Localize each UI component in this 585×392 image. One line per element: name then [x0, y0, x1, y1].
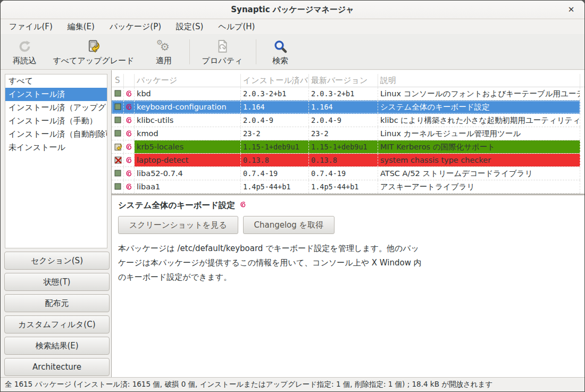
menu-package[interactable]: パッケージ(P)	[102, 19, 169, 34]
get-changelog-button[interactable]: Changelog を取得	[243, 216, 335, 234]
latest-version: 2.0.3-2+b1	[309, 87, 378, 100]
upgrade-all-icon	[48, 38, 139, 55]
package-description: ATSC A/52 ストリームデコードライブラリ	[378, 167, 580, 180]
latest-version: 23-2	[309, 127, 378, 140]
sidebar-category-button[interactable]: 検索結果(E)	[4, 337, 110, 355]
titlebar: Synaptic パッケージマネージャ ✕	[1, 1, 584, 19]
installed-version: 2.0.4-9	[241, 114, 309, 127]
properties-icon	[198, 38, 246, 55]
status-summary: 全 1615 パッケージ (インストール済: 1615 個, 破損 0 個, イ…	[5, 380, 492, 388]
debian-swirl-icon	[124, 180, 135, 193]
sidebar-category-button[interactable]: 状態(T)	[4, 273, 110, 291]
sidebar-category-button[interactable]: カスタムフィルタ(C)	[4, 315, 110, 333]
column-header-installed-version[interactable]: インストール済バ	[241, 74, 309, 87]
apply-button[interactable]: ⚙⚙ 適用	[145, 38, 182, 66]
package-description: Linux コンソールのフォントおよびキーテーブル用ユーテ	[378, 87, 580, 100]
package-status-icon	[113, 180, 124, 193]
debian-swirl-icon	[124, 87, 135, 100]
close-icon[interactable]: ✕	[565, 1, 578, 19]
package-status-icon	[113, 140, 124, 153]
installed-version: 1.15-1+deb9u1	[241, 140, 309, 153]
package-status-icon	[113, 114, 124, 127]
column-header-status[interactable]: S	[113, 74, 124, 87]
content-area: すべてインストール済インストール済（アップグレインストール済（手動）インストール…	[1, 70, 584, 377]
latest-version: 2.0.4-9	[309, 114, 378, 127]
search-button[interactable]: 検索	[263, 38, 298, 66]
menu-help[interactable]: ヘルプ(H)	[211, 19, 262, 34]
debian-swirl-icon	[124, 101, 135, 113]
sidebar-filter-item[interactable]: すべて	[5, 74, 107, 88]
window-title: Synaptic パッケージマネージャ	[1, 1, 584, 19]
latest-version: 0.13.8	[309, 154, 378, 166]
description-line: のキーボード設定ができます。	[118, 270, 578, 285]
debian-swirl-icon	[124, 114, 135, 127]
column-header-package[interactable]: パッケージ	[135, 74, 241, 87]
main-pane: S パッケージ インストール済バ 最新バージョン 説明	[111, 70, 584, 377]
column-header-origin[interactable]	[124, 74, 135, 87]
table-row[interactable]: krb5-locales 1.15-1+deb9u1 1.15-1+deb9u1…	[112, 140, 580, 154]
table-body: kbd 2.0.3-2+b1 2.0.3-2+b1 Linux コンソールのフォ…	[112, 87, 584, 194]
sidebar-buttons: セクション(S)状態(T)配布元カスタムフィルタ(C)検索結果(E)Archit…	[4, 252, 110, 379]
refresh-icon	[6, 38, 43, 55]
debian-swirl-icon	[124, 127, 135, 140]
table-row[interactable]: kmod 23-2 23-2 Linux カーネルモジュール管理用ツール	[112, 127, 580, 140]
sidebar-category-button[interactable]: 配布元	[4, 294, 110, 312]
latest-version: 1.15-1+deb9u1	[309, 140, 378, 153]
package-name: krb5-locales	[135, 140, 241, 153]
package-status-icon	[113, 127, 124, 140]
installed-version: 1.164	[241, 101, 309, 113]
menu-settings[interactable]: 設定(S)	[169, 19, 211, 34]
package-status-icon	[113, 167, 124, 180]
reload-button[interactable]: 再読込	[6, 38, 43, 66]
statusbar: 全 1615 パッケージ (インストール済: 1615 個, 破損 0 個, イ…	[1, 377, 584, 391]
table-row[interactable]: liba52-0.7.4 0.7.4-19 0.7.4-19 ATSC A/52…	[112, 167, 580, 180]
package-description: Linux カーネルモジュール管理用ツール	[378, 127, 580, 140]
debian-swirl-icon	[124, 140, 135, 153]
filter-list: すべてインストール済インストール済（アップグレインストール済（手動）インストール…	[5, 74, 107, 248]
package-name: kbd	[135, 87, 241, 100]
table-row[interactable]: libaa1 1.4p5-44+b1 1.4p5-44+b1 アスキーアートライ…	[112, 180, 580, 194]
description-line: 本パッケージは /etc/default/keyboard でキーボード設定を管…	[118, 241, 578, 256]
toolbar-separator	[256, 39, 256, 64]
upgrade-all-button[interactable]: すべてアップグレード	[48, 38, 139, 66]
table-row[interactable]: kbd 2.0.3-2+b1 2.0.3-2+b1 Linux コンソールのフォ…	[112, 87, 580, 101]
column-header-latest-version[interactable]: 最新バージョン	[309, 74, 378, 87]
package-name: liba52-0.7.4	[135, 167, 241, 180]
properties-button[interactable]: プロパティ	[198, 38, 246, 66]
installed-version: 23-2	[241, 127, 309, 140]
sidebar-filter-item[interactable]: インストール済	[5, 88, 107, 101]
apply-gears-icon: ⚙⚙	[145, 38, 182, 55]
toolbar-separator	[189, 39, 190, 64]
sidebar-filter-item[interactable]: インストール済（アップグレ	[5, 101, 107, 114]
menu-file[interactable]: ファイル(F)	[2, 19, 60, 34]
package-name: libaa1	[135, 180, 241, 193]
table-row[interactable]: laptop-detect 0.13.8 0.13.8 system chass…	[112, 154, 580, 167]
installed-version: 1.4p5-44+b1	[241, 180, 309, 193]
package-name: klibc-utils	[135, 114, 241, 127]
table-row[interactable]: keyboard-configuration 1.164 1.164 システム全…	[112, 101, 580, 114]
installed-version: 0.13.8	[241, 154, 309, 166]
sidebar-filter-item[interactable]: 未インストール	[5, 141, 107, 154]
sidebar-category-button[interactable]: Architecture	[4, 358, 110, 376]
sidebar-filter-item[interactable]: インストール済（自動削除可	[5, 128, 107, 141]
synaptic-window: Synaptic パッケージマネージャ ✕ ファイル(F) 編集(E) パッケー…	[0, 0, 585, 392]
view-screenshot-button[interactable]: スクリーンショットを見る	[118, 216, 238, 234]
sidebar-category-button[interactable]: セクション(S)	[4, 252, 110, 270]
latest-version: 0.7.4-19	[309, 167, 378, 180]
toolbar: 再読込 すべてアップグレード ⚙⚙ 適用	[1, 34, 584, 70]
table-row[interactable]: klibc-utils 2.0.4-9 2.0.4-9 klibc により構築さ…	[112, 114, 580, 127]
table-header: S パッケージ インストール済バ 最新バージョン 説明	[112, 74, 584, 87]
latest-version: 1.4p5-44+b1	[309, 180, 378, 193]
package-description: システム全体のキーボード設定	[378, 101, 580, 113]
debian-swirl-icon	[124, 154, 135, 166]
details-description: 本パッケージは /etc/default/keyboard でキーボード設定を管…	[118, 241, 578, 285]
latest-version: 1.164	[309, 101, 378, 113]
sidebar-filter-item[interactable]: インストール済（手動）	[5, 114, 107, 128]
package-status-icon	[113, 154, 124, 166]
column-header-description[interactable]: 説明	[378, 74, 580, 87]
package-status-icon	[113, 87, 124, 100]
description-line: ケージは本パッケージが提供するこの情報を用いて、コンソール上や X Window…	[118, 256, 578, 270]
menu-edit[interactable]: 編集(E)	[60, 19, 102, 34]
search-icon	[263, 38, 298, 55]
details-title: システム全体のキーボード設定	[118, 200, 235, 211]
